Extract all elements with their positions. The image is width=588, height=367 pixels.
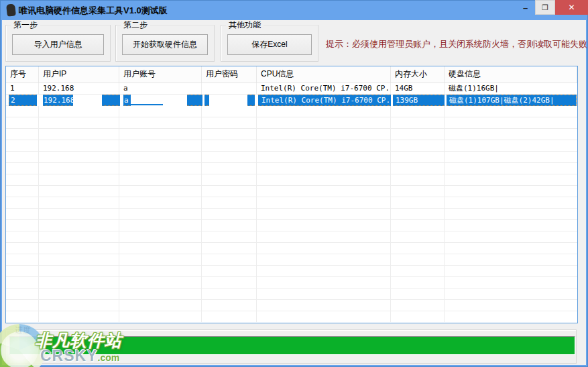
cell-index: 2 [9, 95, 40, 105]
table-row[interactable]: 1 192.168 a Intel(R) Core(TM) i7-6700 CP… [6, 83, 577, 95]
censor-box [209, 95, 247, 106]
grid-line [256, 83, 257, 322]
listview-header: 序号 用户IP 用户账号 用户密码 CPU信息 内存大小 硬盘信息 [6, 66, 577, 83]
app-icon [6, 3, 16, 16]
censor-box [391, 95, 393, 106]
cell-ip: 192.168 [39, 83, 119, 95]
grid-line [444, 83, 445, 322]
cell-index: 1 [6, 83, 39, 95]
groupbox-step2-label: 第二步 [121, 20, 150, 30]
column-header-disk[interactable]: 硬盘信息 [445, 66, 577, 83]
minimize-icon: – [523, 3, 528, 13]
grid-line [119, 83, 119, 322]
groupbox-step1: 第一步 导入用户信息 [5, 25, 111, 62]
app-window: 唯讯电脑硬件信息采集工具V1.0测试版 – ❐ ✕ 第一步 导入用户信息 第二步… [0, 0, 588, 367]
progress-label: 进度 [13, 325, 33, 336]
censor-box [202, 95, 204, 106]
cell-memory: 139GB [392, 95, 445, 105]
listview-body: 1 192.168 a Intel(R) Core(TM) i7-6700 CP… [6, 83, 577, 322]
admin-hint-text: 提示：必须使用管理员账户，且关闭系统防火墙，否则读取可能失败 [326, 38, 587, 50]
minimize-button[interactable]: – [516, 0, 535, 15]
censor-box [445, 95, 447, 106]
cell-cpu: Intel(R) Core(TM) i7-6700 CP... [257, 95, 392, 105]
groupbox-other-label: 其他功能 [226, 20, 263, 30]
column-header-account[interactable]: 用户账号 [119, 66, 202, 83]
maximize-button[interactable]: ❐ [535, 0, 555, 15]
censor-box [37, 95, 43, 106]
column-header-cpu[interactable]: CPU信息 [257, 66, 391, 83]
groupbox-step2: 第二步 开始获取硬件信息 [115, 25, 215, 62]
table-row-selected[interactable]: 2 192.168 a Intel(R) Core(TM) i7-6700 CP… [9, 95, 577, 106]
censor-box [73, 95, 102, 106]
progress-groupbox: 进度 [5, 329, 577, 364]
maximize-icon: ❐ [542, 3, 548, 12]
grid-line [38, 83, 39, 322]
groupbox-step1-label: 第一步 [11, 20, 40, 30]
progress-fill [10, 337, 575, 354]
titlebar[interactable]: 唯讯电脑硬件信息采集工具V1.0测试版 – ❐ ✕ [0, 0, 588, 20]
column-header-memory[interactable]: 内存大小 [391, 66, 445, 83]
grid-line [390, 83, 391, 322]
start-collect-hardware-button[interactable]: 开始获取硬件信息 [122, 34, 208, 55]
close-icon: ✕ [568, 3, 575, 12]
censor-box [255, 95, 258, 106]
cell-password [202, 83, 257, 95]
column-header-ip[interactable]: 用户IP [39, 66, 119, 83]
column-header-password[interactable]: 用户密码 [202, 66, 257, 83]
cell-disk: 磁盘(1)16GB| [445, 83, 577, 95]
client-area: 第一步 导入用户信息 第二步 开始获取硬件信息 其他功能 保存Excel 提示：… [2, 20, 586, 365]
close-button[interactable]: ✕ [555, 0, 588, 15]
hardware-listview: 序号 用户IP 用户账号 用户密码 CPU信息 内存大小 硬盘信息 1 192.… [5, 66, 578, 323]
cell-memory: 14GB [391, 83, 445, 95]
progress-bar [9, 336, 575, 355]
cell-account: a [119, 83, 202, 95]
import-user-info-button[interactable]: 导入用户信息 [12, 34, 104, 55]
window-title: 唯讯电脑硬件信息采集工具V1.0测试版 [19, 5, 168, 17]
selection-underline [131, 104, 163, 105]
groupbox-other: 其他功能 保存Excel [221, 25, 318, 62]
caption-buttons: – ❐ ✕ [516, 0, 588, 15]
column-header-index[interactable]: 序号 [6, 66, 39, 83]
cell-disk: 磁盘(1)107GB|磁盘(2)42GB| [445, 95, 576, 105]
censor-box [120, 95, 123, 106]
cell-cpu: Intel(R) Core(TM) i7-6700 CP... [257, 83, 391, 95]
grid-line [201, 83, 202, 322]
save-excel-button[interactable]: 保存Excel [227, 34, 312, 55]
